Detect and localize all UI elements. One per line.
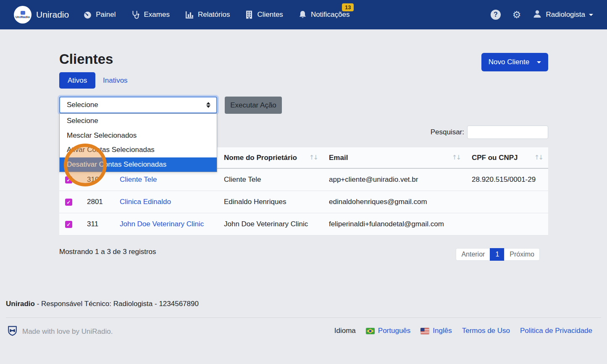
row-checkbox[interactable] [65,176,72,183]
cell-owner: John Doe Veterinary Clinic [218,213,323,235]
header-email[interactable]: Email↑↓ [323,147,466,168]
navbar-right: ? ⚙ Radiologista [491,9,593,21]
tab-inativos[interactable]: Inativos [98,72,133,89]
cell-email: feliperinaldi+fulanodetal@gmail.com [323,213,466,235]
option-ativar-contas[interactable]: Ativar Contas Selecionadas [60,143,217,157]
cell-id: 2801 [81,191,114,213]
us-flag-icon [420,328,429,334]
row-checkbox[interactable] [65,221,72,228]
novo-cliente-button[interactable]: Novo Cliente [481,53,548,71]
pet-badge-icon [7,325,18,338]
client-name-link[interactable]: Clinica Edinaldo [120,198,171,206]
client-name-link[interactable]: John Doe Veterinary Clinic [120,220,204,228]
header-label: CPF ou CNPJ [472,154,518,162]
brand-name: Uniradio [36,10,69,20]
cell-owner: Edinaldo Henriques [218,191,323,213]
nav-label: Exames [144,10,169,19]
search-label: Pesquisar: [422,128,464,136]
nav-label: Painel [96,10,116,19]
stethoscope-icon [131,10,140,19]
footer-info: Uniradio - Responsável Técnico: Radiolog… [6,300,199,308]
option-desativar-contas[interactable]: Desativar Contas Selecionadas [60,157,217,172]
nav-item-clientes[interactable]: Clientes [245,10,283,19]
chevron-down-icon [589,14,593,16]
footer-right: Idioma Português Inglês Termos de Uso Po… [334,327,592,335]
pagination: Anterior 1 Próximo [456,248,540,261]
pagination-page-1[interactable]: 1 [490,248,505,261]
select-arrows-icon [206,102,210,108]
cell-cpf [466,191,548,213]
user-name: Radiologista [546,10,585,19]
pagination-previous[interactable]: Anterior [456,248,490,261]
user-icon [533,9,542,21]
novo-cliente-label: Novo Cliente [489,58,529,66]
select-value: Selecione [67,101,98,109]
bulk-action-select[interactable]: Selecione [59,97,217,113]
tab-ativos[interactable]: Ativos [59,72,95,89]
main-menu: Painel Exames Relatórios Clientes Notifi… [83,10,349,19]
cell-id: 311 [81,213,114,235]
nav-label: Clientes [257,10,283,19]
nav-label: Relatórios [198,10,230,19]
client-name-link[interactable]: Cliente Tele [120,175,157,183]
gear-icon[interactable]: ⚙ [512,10,521,20]
uniradio-logo-icon: UniRadio [14,6,32,24]
gauge-icon [83,10,92,19]
logo-text: UniRadio [16,15,30,19]
cell-email: app+cliente@uniradio.vet.br [323,168,466,191]
executar-acao-button[interactable]: Executar Ação [225,97,282,114]
top-navbar: UniRadio Uniradio Painel Exames Relatóri… [0,0,607,29]
cell-email: edinaldohenriques@gmail.com [323,191,466,213]
idioma-label: Idioma [334,327,356,335]
language-ingles[interactable]: Inglês [420,327,452,335]
nav-label: Notificações [311,10,350,19]
ingles-link[interactable]: Inglês [433,327,452,335]
sort-icon: ↑↓ [534,154,542,161]
bell-icon [298,10,307,19]
table-row: 311 John Doe Veterinary Clinic John Doe … [59,213,548,235]
bulk-action-dropdown: Selecione Mesclar Selecionados Ativar Co… [59,113,217,172]
header-label: Nome do Proprietário [224,154,297,162]
notification-badge: 13 [342,3,354,11]
option-selecione[interactable]: Selecione [60,114,217,128]
sort-icon: ↑↓ [452,154,460,161]
chevron-down-icon [537,61,541,63]
footer-divider [6,317,601,318]
made-with-text: Made with love by UniRadio. [22,327,113,336]
nav-item-painel[interactable]: Painel [83,10,116,19]
portugues-link[interactable]: Português [378,327,411,335]
made-with: Made with love by UniRadio. [7,325,113,338]
help-icon[interactable]: ? [491,10,501,20]
search-input[interactable] [467,126,548,139]
row-checkbox[interactable] [65,199,72,206]
politica-de-privacidade-link[interactable]: Politica de Privacidade [520,327,592,335]
user-menu[interactable]: Radiologista [533,9,593,21]
cell-cpf [466,213,548,235]
nav-item-notificacoes[interactable]: Notificações 13 [298,10,350,19]
footer-brand: Uniradio [6,300,35,308]
header-label: Email [329,154,348,162]
sort-icon: ↑↓ [309,154,317,161]
cell-cpf: 28.920.515/0001-29 [466,168,548,191]
footer-info-text: - Responsável Técnico: Radiologista - 12… [35,300,199,308]
table-summary: Mostrando 1 a 3 de 3 registros [59,248,156,256]
table-row: 2801 Clinica Edinaldo Edinaldo Henriques… [59,191,548,213]
language-portugues[interactable]: Português [366,327,411,335]
pagination-next[interactable]: Próximo [504,248,540,261]
termos-de-uso-link[interactable]: Termos de Uso [462,327,510,335]
nav-item-relatorios[interactable]: Relatórios [185,10,230,19]
brand-home-link[interactable]: UniRadio Uniradio [14,6,69,24]
page-title: Clientes [59,51,113,67]
header-cpf[interactable]: CPF ou CNPJ↑↓ [466,147,548,168]
header-proprietario[interactable]: Nome do Proprietário↑↓ [218,147,323,168]
nav-item-exames[interactable]: Exames [131,10,169,19]
option-mesclar-selecionados[interactable]: Mesclar Selecionados [60,128,217,143]
hospital-icon [245,10,253,19]
brazil-flag-icon [366,328,375,334]
cell-owner: Cliente Tele [218,168,323,191]
bar-chart-icon [185,10,194,19]
